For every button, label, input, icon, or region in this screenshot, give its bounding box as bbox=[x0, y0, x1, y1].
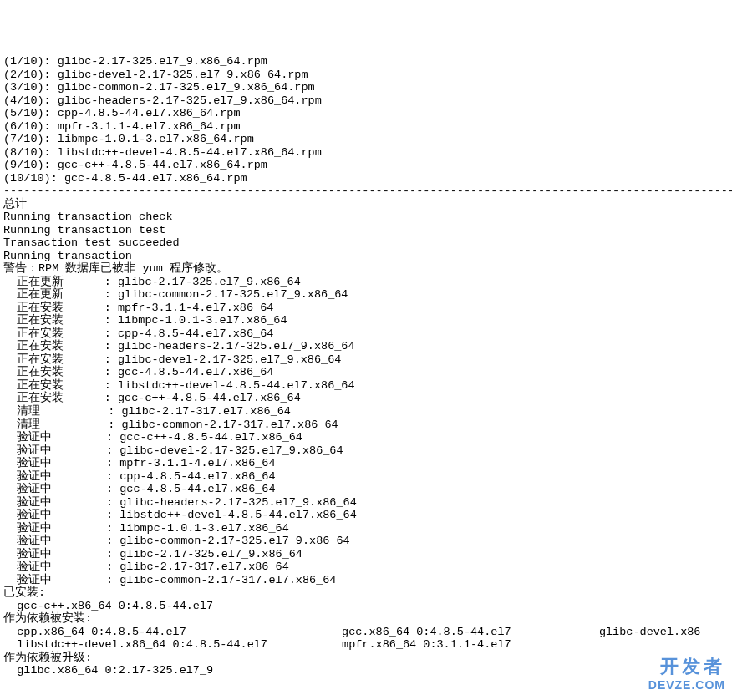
terminal-line: glibc.x86_64 0:2.17-325.el7_9 bbox=[3, 664, 729, 677]
terminal-line: (4/10): glibc-headers-2.17-325.el7_9.x86… bbox=[3, 94, 729, 108]
terminal-line: 验证中 : mpfr-3.1.1-4.el7.x86_64 bbox=[3, 457, 729, 470]
terminal-line: (3/10): glibc-common-2.17-325.el7_9.x86_… bbox=[3, 81, 729, 94]
terminal-line: Running transaction bbox=[3, 250, 729, 263]
terminal-line: (2/10): glibc-devel-2.17-325.el7_9.x86_6… bbox=[3, 68, 729, 82]
terminal-line: (7/10): libmpc-1.0.1-3.el7.x86_64.rpm bbox=[3, 133, 729, 146]
terminal-line: (8/10): libstdc++-devel-4.8.5-44.el7.x86… bbox=[3, 146, 729, 160]
terminal-line: 正在安装 : libmpc-1.0.1-3.el7.x86_64 bbox=[3, 314, 729, 327]
terminal-line: 作为依赖被升级: bbox=[3, 652, 729, 665]
terminal-line: (5/10): cpp-4.8.5-44.el7.x86_64.rpm bbox=[3, 107, 729, 120]
terminal-line: cpp.x86_64 0:4.8.5-44.el7 gcc.x86_64 0:4… bbox=[3, 626, 729, 639]
terminal-line: (10/10): gcc-4.8.5-44.el7.x86_64.rpm bbox=[3, 172, 729, 185]
terminal-line: 正在安装 : gcc-c++-4.8.5-44.el7.x86_64 bbox=[3, 392, 729, 405]
terminal-line: 正在更新 : glibc-2.17-325.el7_9.x86_64 bbox=[3, 276, 729, 289]
terminal-line: 正在更新 : glibc-common-2.17-325.el7_9.x86_6… bbox=[3, 288, 729, 302]
terminal-line: 验证中 : glibc-headers-2.17-325.el7_9.x86_6… bbox=[3, 496, 729, 510]
terminal-line: 警告：RPM 数据库已被非 yum 程序修改。 bbox=[3, 262, 729, 276]
terminal-line: Running transaction test bbox=[3, 224, 729, 237]
terminal-line: (6/10): mpfr-3.1.1-4.el7.x86_64.rpm bbox=[3, 120, 729, 134]
terminal-line: 正在安装 : glibc-devel-2.17-325.el7_9.x86_64 bbox=[3, 353, 729, 367]
watermark-url: DEVZE.COM bbox=[648, 678, 725, 692]
terminal-line: 验证中 : glibc-2.17-325.el7_9.x86_64 bbox=[3, 548, 729, 561]
terminal-line: 验证中 : glibc-common-2.17-317.el7.x86_64 bbox=[3, 574, 729, 587]
terminal-line: 验证中 : glibc-2.17-317.el7.x86_64 bbox=[3, 561, 729, 574]
terminal-line: (1/10): glibc-2.17-325.el7_9.x86_64.rpm bbox=[3, 55, 729, 68]
terminal-line: 正在安装 : libstdc++-devel-4.8.5-44.el7.x86_… bbox=[3, 379, 729, 393]
terminal-line: ----------------------------------------… bbox=[3, 185, 729, 198]
terminal-line: 清理 : glibc-2.17-317.el7.x86_64 bbox=[3, 405, 729, 418]
terminal-line: 验证中 : libmpc-1.0.1-3.el7.x86_64 bbox=[3, 522, 729, 535]
terminal-line: (9/10): gcc-c++-4.8.5-44.el7.x86_64.rpm bbox=[3, 159, 729, 172]
terminal-line: 验证中 : gcc-c++-4.8.5-44.el7.x86_64 bbox=[3, 431, 729, 444]
terminal-line: 清理 : glibc-common-2.17-317.el7.x86_64 bbox=[3, 418, 729, 432]
terminal-line: Transaction test succeeded bbox=[3, 236, 729, 250]
terminal-line: 已安装: bbox=[3, 586, 729, 600]
terminal-line: 正在安装 : mpfr-3.1.1-4.el7.x86_64 bbox=[3, 302, 729, 315]
terminal-line: 验证中 : gcc-4.8.5-44.el7.x86_64 bbox=[3, 483, 729, 496]
terminal-line: 验证中 : glibc-devel-2.17-325.el7_9.x86_64 bbox=[3, 444, 729, 458]
terminal-line: 正在安装 : cpp-4.8.5-44.el7.x86_64 bbox=[3, 327, 729, 341]
terminal-line: 验证中 : libstdc++-devel-4.8.5-44.el7.x86_6… bbox=[3, 509, 729, 522]
terminal-line: 正在安装 : gcc-4.8.5-44.el7.x86_64 bbox=[3, 366, 729, 379]
terminal-line: libstdc++-devel.x86_64 0:4.8.5-44.el7 mp… bbox=[3, 638, 729, 652]
terminal-line: 正在安装 : glibc-headers-2.17-325.el7_9.x86_… bbox=[3, 340, 729, 353]
terminal-line: gcc-c++.x86_64 0:4.8.5-44.el7 bbox=[3, 600, 729, 613]
terminal-line: 总计 bbox=[3, 198, 729, 211]
terminal-output: (1/10): glibc-2.17-325.el7_9.x86_64.rpm(… bbox=[3, 55, 729, 677]
terminal-line: Running transaction check bbox=[3, 211, 729, 224]
terminal-line: 验证中 : glibc-common-2.17-325.el7_9.x86_64 bbox=[3, 535, 729, 548]
terminal-line: 验证中 : cpp-4.8.5-44.el7.x86_64 bbox=[3, 470, 729, 484]
terminal-line: 作为依赖被安装: bbox=[3, 612, 729, 626]
